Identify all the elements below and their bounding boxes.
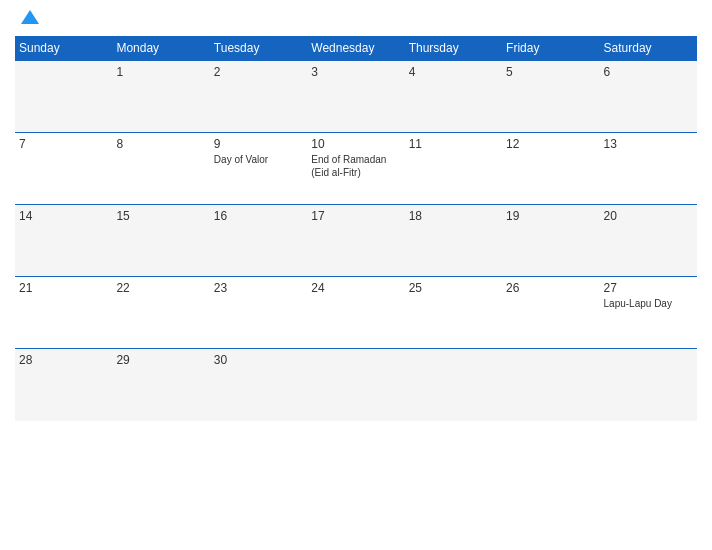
holiday-name: End of Ramadan (Eid al-Fitr) (311, 153, 400, 179)
calendar-header (15, 10, 697, 28)
calendar-cell (405, 349, 502, 421)
calendar-cell: 24 (307, 277, 404, 349)
day-number: 14 (19, 209, 108, 223)
weekday-header-row: SundayMondayTuesdayWednesdayThursdayFrid… (15, 36, 697, 61)
weekday-header-sunday: Sunday (15, 36, 112, 61)
weekday-header-thursday: Thursday (405, 36, 502, 61)
day-number: 29 (116, 353, 205, 367)
day-number: 1 (116, 65, 205, 79)
day-number: 26 (506, 281, 595, 295)
calendar-cell: 7 (15, 133, 112, 205)
calendar-cell: 20 (600, 205, 697, 277)
calendar-cell: 13 (600, 133, 697, 205)
weekday-header-saturday: Saturday (600, 36, 697, 61)
week-row-3: 14151617181920 (15, 205, 697, 277)
calendar-cell: 4 (405, 61, 502, 133)
logo-triangle-icon (21, 10, 39, 24)
calendar-cell: 28 (15, 349, 112, 421)
calendar-cell (502, 349, 599, 421)
weekday-header-wednesday: Wednesday (307, 36, 404, 61)
day-number: 7 (19, 137, 108, 151)
day-number: 27 (604, 281, 693, 295)
day-number: 28 (19, 353, 108, 367)
calendar-cell: 12 (502, 133, 599, 205)
day-number: 25 (409, 281, 498, 295)
weekday-header-monday: Monday (112, 36, 209, 61)
calendar-cell: 8 (112, 133, 209, 205)
day-number: 4 (409, 65, 498, 79)
holiday-name: Lapu-Lapu Day (604, 297, 693, 310)
calendar-container: SundayMondayTuesdayWednesdayThursdayFrid… (0, 0, 712, 550)
day-number: 22 (116, 281, 205, 295)
day-number: 2 (214, 65, 303, 79)
calendar-cell: 5 (502, 61, 599, 133)
week-row-4: 21222324252627Lapu-Lapu Day (15, 277, 697, 349)
day-number: 20 (604, 209, 693, 223)
day-number: 13 (604, 137, 693, 151)
logo (20, 10, 39, 28)
calendar-cell: 25 (405, 277, 502, 349)
calendar-cell: 26 (502, 277, 599, 349)
calendar-cell: 23 (210, 277, 307, 349)
day-number: 17 (311, 209, 400, 223)
calendar-cell (307, 349, 404, 421)
day-number: 6 (604, 65, 693, 79)
week-row-1: 123456 (15, 61, 697, 133)
day-number: 12 (506, 137, 595, 151)
calendar-cell: 2 (210, 61, 307, 133)
calendar-cell: 16 (210, 205, 307, 277)
holiday-name: Day of Valor (214, 153, 303, 166)
day-number: 5 (506, 65, 595, 79)
weekday-header-tuesday: Tuesday (210, 36, 307, 61)
day-number: 10 (311, 137, 400, 151)
calendar-cell (600, 349, 697, 421)
day-number: 11 (409, 137, 498, 151)
calendar-cell: 17 (307, 205, 404, 277)
calendar-cell: 6 (600, 61, 697, 133)
svg-marker-0 (21, 10, 39, 24)
day-number: 15 (116, 209, 205, 223)
day-number: 3 (311, 65, 400, 79)
calendar-cell: 29 (112, 349, 209, 421)
calendar-cell: 27Lapu-Lapu Day (600, 277, 697, 349)
weekday-header-friday: Friday (502, 36, 599, 61)
calendar-cell: 15 (112, 205, 209, 277)
calendar-table: SundayMondayTuesdayWednesdayThursdayFrid… (15, 36, 697, 421)
week-row-5: 282930 (15, 349, 697, 421)
day-number: 16 (214, 209, 303, 223)
calendar-cell: 1 (112, 61, 209, 133)
calendar-cell: 21 (15, 277, 112, 349)
day-number: 9 (214, 137, 303, 151)
calendar-cell: 22 (112, 277, 209, 349)
calendar-cell: 14 (15, 205, 112, 277)
day-number: 8 (116, 137, 205, 151)
day-number: 21 (19, 281, 108, 295)
day-number: 30 (214, 353, 303, 367)
week-row-2: 789Day of Valor10End of Ramadan (Eid al-… (15, 133, 697, 205)
day-number: 18 (409, 209, 498, 223)
calendar-cell: 9Day of Valor (210, 133, 307, 205)
calendar-cell (15, 61, 112, 133)
calendar-cell: 11 (405, 133, 502, 205)
calendar-cell: 18 (405, 205, 502, 277)
calendar-cell: 3 (307, 61, 404, 133)
calendar-cell: 10End of Ramadan (Eid al-Fitr) (307, 133, 404, 205)
calendar-cell: 30 (210, 349, 307, 421)
day-number: 23 (214, 281, 303, 295)
calendar-cell: 19 (502, 205, 599, 277)
day-number: 24 (311, 281, 400, 295)
day-number: 19 (506, 209, 595, 223)
